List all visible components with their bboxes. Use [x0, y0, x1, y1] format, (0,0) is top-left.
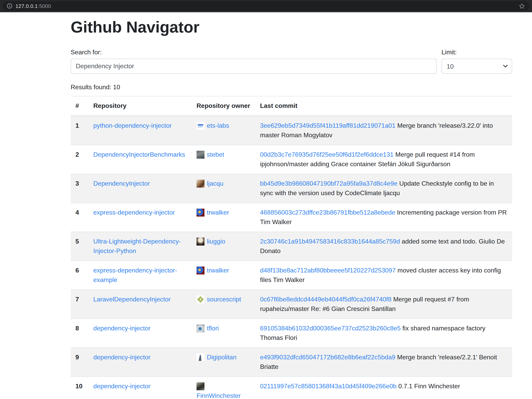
table-row: 3 DependencyInjector ljacqu bb45d9e3b986…	[71, 174, 512, 203]
col-header-owner: Repository owner	[192, 96, 255, 116]
url-host: 127.0.0.1	[15, 3, 38, 9]
col-header-num: #	[71, 96, 89, 116]
row-number: 2	[71, 145, 89, 174]
limit-label: Limit:	[442, 48, 512, 57]
row-number: 4	[71, 203, 89, 232]
info-icon[interactable]	[7, 3, 12, 9]
commit-hash-link[interactable]: 3ee629eb5d7349d55f41b119aff81dd219071a01	[260, 122, 395, 129]
owner-link[interactable]: ljacqu	[207, 180, 223, 187]
owner-avatar	[196, 238, 204, 246]
bookmark-star-icon[interactable]	[519, 3, 525, 9]
owner-link[interactable]: ets-labs	[207, 122, 229, 129]
owner-avatar	[196, 325, 204, 332]
owner-link[interactable]: sourcescript	[207, 296, 241, 303]
owner-avatar	[196, 209, 204, 216]
repo-link[interactable]: dependency-injector	[93, 325, 151, 331]
commit-hash-link[interactable]: d48f13be8ac712abf80bbeeee5f120227d253097	[260, 267, 396, 274]
owner-avatar	[196, 267, 204, 275]
row-number: 10	[71, 377, 89, 399]
repo-link[interactable]: python-dependency-injector	[93, 122, 172, 129]
row-number: 9	[71, 348, 89, 377]
limit-select[interactable]: 10	[442, 59, 512, 74]
repo-link[interactable]: DependencyInjector	[93, 180, 150, 187]
table-row: 2 DependencyInjectorBenchmarks stebet 00…	[71, 145, 512, 174]
search-label: Search for:	[71, 48, 437, 57]
owner-link[interactable]: tflori	[207, 325, 219, 331]
owner-avatar	[196, 151, 204, 159]
col-header-last-commit: Last commit	[255, 96, 512, 116]
screen: 127.0.0.1:5000 Github Navigator Search f…	[0, 0, 532, 399]
page-content: Github Navigator Search for: Limit: 10 R…	[0, 12, 532, 399]
repo-link[interactable]: express-dependency-injector	[93, 209, 175, 216]
commit-hash-link[interactable]: 02111997e57c85801368f43a10d45f409e266e0b	[260, 383, 397, 389]
repo-link[interactable]: Ultra-Lightweight-Dependency-Injector-Py…	[93, 238, 181, 254]
row-number: 5	[71, 232, 89, 261]
repo-link[interactable]: express-dependency-injector-example	[93, 267, 177, 283]
browser-chrome: 127.0.0.1:5000	[0, 0, 532, 12]
commit-hash-link[interactable]: 69105384b61032d000365ee737cd2523b260c8e5	[260, 325, 401, 331]
repo-link[interactable]: LaravelDependencyInjector	[93, 296, 171, 303]
table-header-row: # Repository Repository owner Last commi…	[71, 96, 512, 116]
repo-link[interactable]: dependency-injector	[93, 383, 151, 389]
table-row: 9 dependency-injector Digipolitan e493f9…	[71, 348, 512, 377]
search-form: Search for: Limit: 10	[71, 48, 512, 74]
commit-hash-link[interactable]: 2c30746c1a91b4947583416c833b1644a85c759d	[260, 238, 400, 245]
commit-hash-link[interactable]: bb45d9e3b98608047190bf72a95fa9a37d8c4e9e	[260, 180, 397, 187]
table-row: 6 express-dependency-injector-example tr…	[71, 261, 512, 290]
row-number: 6	[71, 261, 89, 290]
row-number: 1	[71, 116, 89, 145]
table-row: 8 dependency-injector tflori 69105384b61…	[71, 319, 512, 348]
repo-link[interactable]: DependencyInjectorBenchmarks	[93, 151, 185, 158]
owner-link[interactable]: trwalker	[207, 209, 229, 216]
table-row: 4 express-dependency-injector trwalker 4…	[71, 203, 512, 232]
owner-link[interactable]: trwalker	[207, 267, 229, 274]
page-title: Github Navigator	[71, 18, 512, 37]
table-row: 1 python-dependency-injector ets-labs 3e…	[71, 116, 512, 145]
url-text: 127.0.0.1:5000	[15, 3, 51, 9]
owner-link[interactable]: Digipolitan	[207, 354, 236, 361]
commit-hash-link[interactable]: 00d2b3c7e76935d76f25ee50f6d1f2ef6ddce131	[260, 151, 394, 158]
repo-link[interactable]: dependency-injector	[93, 354, 151, 361]
owner-link[interactable]: liuggio	[207, 238, 225, 245]
row-number: 3	[71, 174, 89, 203]
url-port: :5000	[38, 3, 51, 9]
row-number: 8	[71, 319, 89, 348]
commit-hash-link[interactable]: e493f9032dfcd65047172b682e8b6eaf22c5bda9	[260, 354, 395, 361]
owner-avatar	[196, 382, 204, 390]
owner-avatar	[196, 295, 204, 303]
owner-avatar	[196, 180, 204, 188]
table-row: 7 LaravelDependencyInjector sourcescript…	[71, 290, 512, 319]
table-row: 5 Ultra-Lightweight-Dependency-Injector-…	[71, 232, 512, 261]
search-input[interactable]	[71, 59, 437, 74]
col-header-repository: Repository	[89, 96, 192, 116]
table-row: 10 dependency-injector FinnWinchester 02…	[71, 377, 512, 399]
results-table: # Repository Repository owner Last commi…	[71, 96, 512, 399]
row-number: 7	[71, 290, 89, 319]
results-count: Results found: 10	[71, 82, 512, 92]
commit-hash-link[interactable]: 468856003c273dffce23b86791fbbe512a8ebede	[260, 209, 395, 216]
owner-link[interactable]: stebet	[207, 151, 224, 158]
commit-message: 0.7.1 Finn Winchester	[398, 383, 460, 389]
owner-avatar	[196, 353, 204, 361]
url-bar[interactable]: 127.0.0.1:5000	[3, 1, 529, 11]
owner-link[interactable]: FinnWinchester	[196, 392, 241, 399]
owner-avatar	[196, 122, 204, 130]
commit-hash-link[interactable]: 0c67f6be8eddcd4449eb4044f5df0ca26f4740f8	[260, 296, 392, 303]
